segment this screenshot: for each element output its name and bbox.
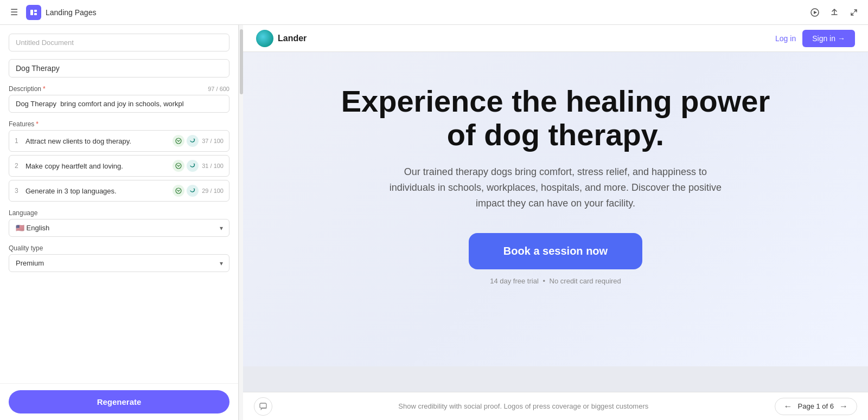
description-group: Description * 97 / 600 bbox=[9, 85, 229, 113]
topbar-left: ☰ Landing Pages bbox=[7, 5, 802, 20]
scroll-handle bbox=[239, 25, 243, 420]
topbar: ☰ Landing Pages bbox=[0, 0, 868, 25]
document-title-group bbox=[9, 34, 229, 51]
svg-rect-1 bbox=[34, 10, 37, 12]
language-select-wrapper: 🇺🇸 English 🇪🇸 Spanish 🇫🇷 French bbox=[9, 219, 229, 237]
hero-subtitle: Our trained therapy dogs bring comfort, … bbox=[382, 164, 729, 211]
feature-num-3: 3 bbox=[15, 187, 22, 195]
feature-num-2: 2 bbox=[15, 162, 22, 170]
cta-button[interactable]: Book a session now bbox=[469, 233, 642, 269]
svg-point-5 bbox=[176, 138, 181, 144]
hero-title: Experience the healing power of dog ther… bbox=[339, 85, 773, 151]
page-title-input[interactable] bbox=[9, 59, 229, 77]
signin-button[interactable]: Sign in → bbox=[802, 30, 855, 47]
svg-rect-2 bbox=[34, 13, 37, 15]
page-number: Page 1 of 6 bbox=[798, 402, 834, 410]
expand-icon[interactable] bbox=[846, 5, 861, 20]
language-group: Language 🇺🇸 English 🇪🇸 Spanish 🇫🇷 French bbox=[9, 209, 229, 237]
feature-icon-down-2[interactable] bbox=[173, 160, 184, 172]
feature-text-1: Attract new clients to dog therapy. bbox=[25, 137, 169, 145]
scroll-thumb[interactable] bbox=[240, 29, 243, 94]
feature-icon-down-3[interactable] bbox=[173, 185, 184, 197]
feature-count-3: 29 / 100 bbox=[202, 188, 224, 194]
description-input[interactable] bbox=[9, 95, 229, 113]
quality-select-wrapper: Premium Standard bbox=[9, 254, 229, 272]
app-title: Landing Pages bbox=[46, 8, 96, 17]
feature-icon-refresh-1[interactable] bbox=[187, 135, 199, 147]
feature-item-2: 2 Make copy heartfelt and loving. 31 / 1… bbox=[9, 155, 229, 177]
play-icon[interactable] bbox=[807, 5, 822, 20]
quality-label: Quality type bbox=[9, 244, 229, 252]
language-label: Language bbox=[9, 209, 229, 217]
feature-count-2: 31 / 100 bbox=[202, 163, 224, 169]
cta-trial: 14 day free trial bbox=[490, 277, 539, 285]
login-link[interactable]: Log in bbox=[775, 34, 796, 43]
svg-rect-0 bbox=[30, 10, 33, 15]
menu-icon[interactable]: ☰ bbox=[7, 5, 22, 20]
main-layout: Description * 97 / 600 Features * 1 Attr… bbox=[0, 25, 868, 420]
cta-subtext: 14 day free trial • No credit card requi… bbox=[490, 277, 621, 285]
page-next-button[interactable]: → bbox=[837, 400, 850, 412]
svg-point-6 bbox=[176, 163, 181, 169]
svg-marker-4 bbox=[814, 11, 817, 14]
brand-logo bbox=[256, 30, 273, 47]
regenerate-button[interactable]: Regenerate bbox=[9, 390, 229, 413]
document-title-input[interactable] bbox=[9, 34, 229, 51]
feature-icons-2 bbox=[173, 160, 199, 172]
features-required: * bbox=[36, 120, 39, 128]
quality-select[interactable]: Premium Standard bbox=[9, 254, 229, 272]
feature-item-1: 1 Attract new clients to dog therapy. 37… bbox=[9, 130, 229, 152]
feature-count-1: 37 / 100 bbox=[202, 138, 224, 144]
app-logo bbox=[26, 5, 41, 20]
feature-icon-refresh-3[interactable] bbox=[187, 185, 199, 197]
brand-name: Lander bbox=[278, 34, 307, 43]
feature-icons-1 bbox=[173, 135, 199, 147]
feature-num-1: 1 bbox=[15, 137, 22, 145]
preview-nav: Log in Sign in → bbox=[775, 30, 855, 47]
svg-rect-8 bbox=[260, 403, 266, 408]
quality-group: Quality type Premium Standard bbox=[9, 244, 229, 272]
sidebar-scroll: Description * 97 / 600 Features * 1 Attr… bbox=[0, 25, 238, 383]
feature-text-2: Make copy heartfelt and loving. bbox=[25, 162, 169, 170]
preview-panel: Lander Log in Sign in → Experience the h… bbox=[243, 25, 868, 420]
feature-icon-down-1[interactable] bbox=[173, 135, 184, 147]
description-count: 97 / 600 bbox=[208, 86, 229, 92]
preview-brand: Lander bbox=[256, 30, 775, 47]
preview-footer: Show credibility with social proof. Logo… bbox=[243, 392, 868, 420]
comment-icon[interactable] bbox=[254, 397, 272, 416]
hero-section: Experience the healing power of dog ther… bbox=[243, 52, 868, 366]
preview-content: Experience the healing power of dog ther… bbox=[243, 52, 868, 392]
page-nav: ← Page 1 of 6 → bbox=[775, 398, 858, 415]
page-title-group bbox=[9, 59, 229, 77]
preview-header: Lander Log in Sign in → bbox=[243, 25, 868, 52]
svg-point-7 bbox=[176, 188, 181, 193]
cta-no-card: No credit card required bbox=[550, 277, 621, 285]
sidebar-footer: Regenerate bbox=[0, 383, 238, 420]
features-label: Features * bbox=[9, 120, 229, 128]
page-prev-button[interactable]: ← bbox=[782, 400, 795, 412]
feature-icon-refresh-2[interactable] bbox=[187, 160, 199, 172]
feature-icons-3 bbox=[173, 185, 199, 197]
feature-text-3: Generate in 3 top languages. bbox=[25, 187, 169, 195]
features-section: Features * 1 Attract new clients to dog … bbox=[9, 120, 229, 202]
topbar-right bbox=[807, 5, 861, 20]
language-select[interactable]: 🇺🇸 English 🇪🇸 Spanish 🇫🇷 French bbox=[9, 219, 229, 237]
sidebar: Description * 97 / 600 Features * 1 Attr… bbox=[0, 25, 239, 420]
footer-text: Show credibility with social proof. Logo… bbox=[279, 402, 768, 410]
share-icon[interactable] bbox=[827, 5, 842, 20]
description-label: Description * 97 / 600 bbox=[9, 85, 229, 93]
description-required: * bbox=[43, 85, 46, 93]
feature-item-3: 3 Generate in 3 top languages. 29 / 100 bbox=[9, 180, 229, 202]
